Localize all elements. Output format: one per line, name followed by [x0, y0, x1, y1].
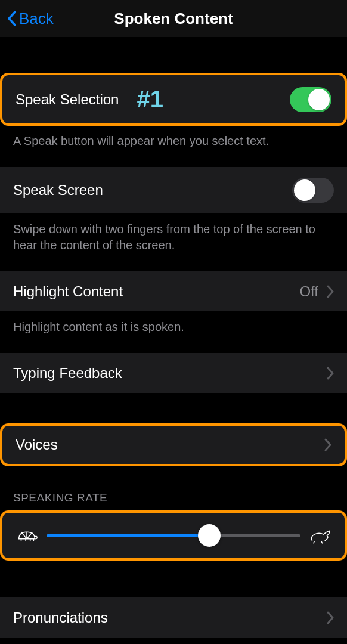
speak-screen-label: Speak Screen: [13, 182, 103, 199]
chevron-right-icon: [327, 611, 334, 624]
voices-label: Voices: [16, 436, 58, 453]
chevron-left-icon: [7, 10, 17, 27]
speak-selection-row[interactable]: Speak Selection #1: [0, 73, 347, 126]
tortoise-icon: [16, 526, 38, 545]
highlight-content-row[interactable]: Highlight Content Off: [0, 271, 347, 312]
chevron-right-icon: [327, 285, 334, 298]
speak-selection-toggle[interactable]: [290, 87, 331, 112]
typing-feedback-label: Typing Feedback: [13, 365, 122, 382]
highlight-content-footer: Highlight content as it is spoken.: [0, 312, 347, 353]
back-label: Back: [19, 10, 54, 28]
highlight-content-label: Highlight Content: [13, 283, 123, 300]
speak-selection-label: Speak Selection: [16, 91, 119, 108]
slider-thumb[interactable]: [198, 524, 221, 547]
pronunciations-row[interactable]: Pronunciations: [0, 597, 347, 638]
speak-screen-row[interactable]: Speak Screen: [0, 167, 347, 214]
speak-screen-footer: Swipe down with two fingers from the top…: [0, 214, 347, 271]
speak-selection-footer: A Speak button will appear when you sele…: [0, 126, 347, 167]
speaking-rate-slider[interactable]: [47, 524, 300, 547]
speak-screen-toggle[interactable]: [292, 178, 334, 203]
navigation-bar: Back Spoken Content: [0, 0, 347, 37]
speaking-rate-header: SPEAKING RATE: [0, 466, 347, 510]
hare-icon: [309, 526, 331, 545]
speaking-rate-slider-row[interactable]: [0, 510, 347, 561]
chevron-right-icon: [324, 438, 331, 451]
back-button[interactable]: Back: [0, 10, 54, 28]
annotation-marker: #1: [137, 86, 163, 113]
chevron-right-icon: [327, 367, 334, 380]
voices-row[interactable]: Voices: [0, 423, 347, 466]
pronunciations-label: Pronunciations: [13, 609, 108, 626]
typing-feedback-row[interactable]: Typing Feedback: [0, 353, 347, 394]
highlight-content-value: Off: [299, 283, 318, 300]
